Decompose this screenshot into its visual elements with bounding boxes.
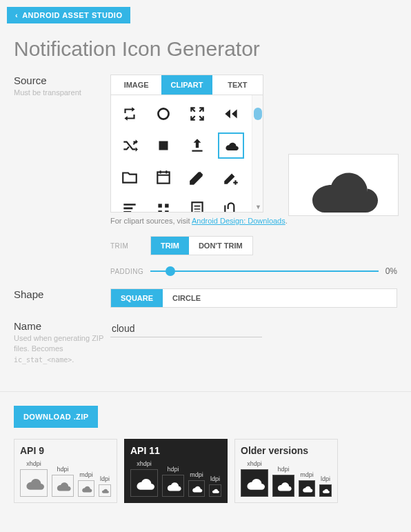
padding-label: PADDING: [110, 268, 150, 275]
slider-thumb[interactable]: [166, 266, 175, 276]
svg-rect-6: [165, 210, 168, 212]
calendar-icon[interactable]: [150, 164, 177, 190]
rewind-icon[interactable]: [218, 101, 244, 127]
trim-options: TRIMDON'T TRIM: [150, 236, 253, 255]
cloud-icon: [241, 469, 268, 497]
output-size-hdpi: hdpi: [162, 466, 184, 497]
chevron-left-icon: ‹: [15, 11, 18, 19]
source-hint: Must be transparent: [14, 88, 110, 98]
svg-rect-5: [158, 210, 161, 212]
circle-icon[interactable]: [150, 101, 177, 127]
cloud-icon: [52, 475, 74, 497]
repeat-icon[interactable]: [117, 101, 143, 127]
padding-slider[interactable]: [150, 270, 379, 272]
clipart-help: For clipart sources, visit Android Desig…: [110, 217, 397, 225]
output-size-ldpi: ldpi: [99, 475, 111, 497]
output-size-xhdpi: xhdpi: [130, 460, 158, 497]
shape-circle[interactable]: CIRCLE: [163, 289, 210, 307]
folder-icon[interactable]: [117, 164, 143, 190]
output-card: API 9xhdpihdpimdpildpi: [14, 439, 117, 503]
trim-don-t-trim[interactable]: DON'T TRIM: [189, 237, 252, 255]
svg-rect-1: [159, 141, 168, 150]
output-card: API 11xhdpihdpimdpildpi: [124, 439, 228, 503]
shape-label: Shape: [14, 288, 110, 300]
grid-icon[interactable]: [150, 196, 177, 212]
tab-text[interactable]: TEXT: [212, 75, 263, 95]
tab-image[interactable]: IMAGE: [111, 75, 161, 95]
size-label: hdpi: [52, 466, 74, 473]
size-label: ldpi: [209, 475, 221, 482]
cloud-icon: [130, 469, 158, 497]
size-label: hdpi: [272, 466, 294, 473]
output-size-hdpi: hdpi: [272, 466, 294, 497]
download-button[interactable]: DOWNLOAD .ZIP: [14, 406, 98, 428]
cloud-icon: [299, 480, 315, 497]
output-size-mdpi: mdpi: [78, 471, 94, 497]
cloud-icon[interactable]: [218, 132, 244, 159]
back-nav[interactable]: ‹ANDROID ASSET STUDIO: [7, 7, 130, 23]
svg-point-0: [158, 108, 168, 119]
name-label: Name: [14, 320, 110, 332]
output-size-xhdpi: xhdpi: [241, 460, 268, 497]
page-title: Notification Icon Generator: [14, 37, 411, 61]
cloud-icon: [319, 484, 332, 497]
size-label: mdpi: [78, 471, 94, 478]
output-title: API 9: [20, 445, 111, 456]
svg-rect-4: [165, 204, 168, 207]
svg-rect-3: [158, 204, 161, 207]
source-tabs: IMAGECLIPARTTEXT: [110, 75, 263, 95]
cloud-icon: [162, 475, 184, 497]
svg-rect-2: [157, 172, 169, 183]
output-size-ldpi: ldpi: [209, 475, 221, 497]
size-label: hdpi: [162, 466, 184, 473]
nav-label: ANDROID ASSET STUDIO: [22, 11, 122, 19]
cloud-icon: [99, 484, 111, 497]
output-size-xhdpi: xhdpi: [20, 460, 48, 497]
output-title: API 11: [130, 445, 221, 456]
edit-add-icon[interactable]: [218, 164, 244, 190]
cloud-icon: [20, 469, 48, 497]
stop-icon[interactable]: [150, 132, 177, 159]
tab-clipart[interactable]: CLIPART: [161, 75, 212, 95]
cloud-icon: [295, 157, 392, 213]
shape-square[interactable]: SQUARE: [111, 289, 163, 307]
output-card: Older versionsxhdpihdpimdpildpi: [234, 439, 338, 503]
attachment-icon[interactable]: [218, 196, 244, 212]
padding-value: 0%: [385, 266, 397, 276]
collapse-icon[interactable]: [184, 101, 210, 127]
name-hint: Used when generating ZIP files. Becomes …: [14, 333, 110, 365]
size-label: mdpi: [188, 471, 205, 478]
clipart-picker: ▼: [110, 95, 263, 213]
upload-icon[interactable]: [184, 132, 210, 159]
clipart-help-link[interactable]: Android Design: Downloads: [192, 217, 285, 225]
scrollbar-thumb[interactable]: [254, 108, 262, 120]
cloud-icon: [209, 484, 221, 497]
size-label: ldpi: [319, 475, 332, 482]
output-size-mdpi: mdpi: [188, 471, 205, 497]
edit-icon[interactable]: [184, 164, 210, 190]
clipart-help-text: For clipart sources, visit: [110, 217, 192, 225]
output-size-hdpi: hdpi: [52, 466, 74, 497]
scroll-down-icon[interactable]: ▼: [255, 204, 261, 210]
trim-trim[interactable]: TRIM: [151, 237, 189, 255]
cloud-icon: [188, 480, 205, 497]
size-label: mdpi: [299, 471, 315, 478]
scrollbar[interactable]: ▼: [252, 95, 263, 212]
divider: [0, 391, 411, 392]
size-label: xhdpi: [130, 460, 158, 467]
name-input[interactable]: [110, 320, 262, 337]
list-icon[interactable]: [117, 196, 143, 212]
trim-label: TRIM: [110, 242, 150, 250]
shape-options: SQUARECIRCLE: [110, 288, 397, 308]
svg-rect-7: [192, 202, 202, 212]
preview: [288, 154, 399, 216]
size-label: ldpi: [99, 475, 111, 482]
cloud-icon: [272, 475, 294, 497]
size-label: xhdpi: [20, 460, 48, 467]
output-title: Older versions: [241, 445, 332, 456]
cloud-icon: [78, 480, 94, 497]
document-icon[interactable]: [184, 196, 210, 212]
shuffle-icon[interactable]: [117, 132, 143, 159]
output-size-ldpi: ldpi: [319, 475, 332, 497]
source-label: Source: [14, 75, 110, 86]
